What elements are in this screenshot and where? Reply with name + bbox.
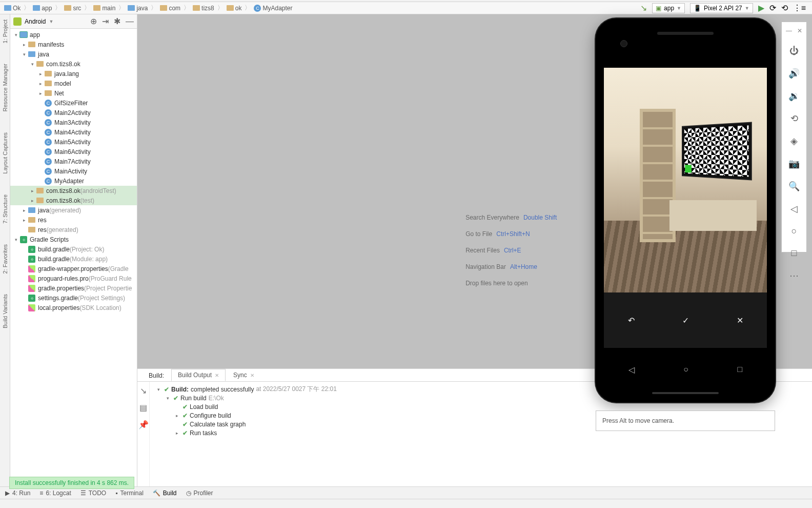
bottom-tab[interactable]: ◷Profiler: [186, 490, 213, 497]
tool-tab[interactable]: Resource Manager: [2, 64, 8, 112]
build-node[interactable]: ✔ Load build: [155, 402, 807, 411]
phone-camera: [620, 40, 627, 47]
breadcrumb-item[interactable]: main: [91, 5, 117, 12]
camera-retake-button[interactable]: ↶: [628, 316, 635, 325]
emu-back-icon[interactable]: ◁: [790, 203, 798, 214]
tree-node[interactable]: ▸res: [10, 215, 137, 225]
camera-preview: [604, 68, 767, 292]
more-icon[interactable]: ⋮≡: [793, 3, 806, 13]
phone-speaker: [657, 32, 714, 35]
tool-tab[interactable]: 2: Favorites: [2, 244, 8, 273]
tree-node[interactable]: ▸Net: [10, 88, 137, 98]
tree-node[interactable]: CMain3Activity: [10, 118, 137, 127]
tree-node[interactable]: ▸java.lang: [10, 69, 137, 79]
tree-node[interactable]: ▸com.tizs8.ok (test): [10, 196, 137, 205]
tool-tab[interactable]: Layout Captures: [2, 132, 8, 174]
toolbar: Ok〉app〉src〉main〉java〉com〉tizs8〉ok〉CMyAda…: [0, 2, 812, 14]
nav-recent-icon[interactable]: □: [738, 365, 743, 374]
tree-node[interactable]: CMyAdapter: [10, 176, 137, 186]
emu-power-icon[interactable]: ⏻: [789, 46, 799, 56]
emu-screenshot-icon[interactable]: 📷: [788, 158, 800, 169]
tree-node[interactable]: res (generated): [10, 225, 137, 235]
run-icon[interactable]: ▶: [758, 3, 764, 13]
build-tab[interactable]: Sync✕: [227, 369, 261, 381]
tree-node[interactable]: ▸java (generated): [10, 205, 137, 215]
project-view-label: Android: [25, 18, 46, 25]
collapse-icon[interactable]: ⇥: [102, 16, 109, 26]
tree-node[interactable]: CMain5Activity: [10, 137, 137, 147]
tree-node[interactable]: proguard-rules.pro (ProGuard Rule: [10, 273, 137, 283]
editor-hint: Search EverywhereDouble Shift: [465, 214, 557, 221]
emu-volume-up-icon[interactable]: 🔊: [788, 68, 800, 79]
tree-node[interactable]: ▸manifests: [10, 40, 137, 49]
dropdown-icon[interactable]: ▼: [49, 19, 53, 24]
sync-icon[interactable]: ↘: [640, 3, 647, 13]
locate-icon[interactable]: ⊕: [90, 16, 97, 26]
breadcrumb-item[interactable]: CMyAdapter: [252, 5, 294, 12]
build-tab[interactable]: Build Output✕: [171, 369, 226, 381]
emu-zoom-icon[interactable]: 🔍: [788, 181, 800, 192]
tree-node[interactable]: ▾⟐Gradle Scripts: [10, 235, 137, 244]
nav-home-icon[interactable]: ○: [683, 365, 688, 374]
tree-node[interactable]: CMain7Activity: [10, 157, 137, 166]
tree-node[interactable]: ⟐settings.gradle (Project Settings): [10, 293, 137, 303]
emu-rotate-right-icon[interactable]: ◈: [790, 135, 798, 147]
emu-volume-down-icon[interactable]: 🔉: [788, 90, 800, 102]
tree-node[interactable]: ▾app: [10, 30, 137, 40]
emulator-window: ↶✓✕ ◁○□: [596, 18, 775, 402]
restart-icon[interactable]: ⟲: [781, 3, 788, 13]
build-tabs-label: Build:: [143, 370, 170, 381]
camera-cancel-button[interactable]: ✕: [737, 316, 743, 325]
breadcrumb-item[interactable]: ok: [225, 5, 244, 12]
tree-node[interactable]: ▾com.tizs8.ok: [10, 59, 137, 69]
tool-tab[interactable]: 7: Structure: [2, 194, 8, 224]
nav-back-icon[interactable]: ◁: [628, 365, 635, 375]
tree-node[interactable]: CMain6Activity: [10, 147, 137, 157]
build-tool-gutter: ↘ ▤ 📌: [137, 382, 150, 486]
project-tree[interactable]: ▾app▸manifests▾java▾com.tizs8.ok▸java.la…: [10, 29, 137, 486]
emu-overview-icon[interactable]: □: [791, 248, 797, 259]
tool-tab[interactable]: 1: Project: [2, 19, 8, 43]
tree-node[interactable]: CMain4Activity: [10, 127, 137, 137]
build-filter-icon[interactable]: ▤: [139, 403, 147, 413]
bottom-tab[interactable]: ≡6: Logcat: [39, 490, 71, 497]
run-config-combo[interactable]: ▣ app ▼: [652, 3, 685, 13]
tree-node[interactable]: CMainActivity: [10, 166, 137, 176]
tree-node[interactable]: ▸model: [10, 79, 137, 88]
emu-rotate-left-icon[interactable]: ⟲: [790, 113, 798, 124]
breadcrumb-item[interactable]: Ok: [2, 5, 23, 12]
emulator-minimize-icon[interactable]: —: [786, 27, 792, 34]
breadcrumb-item[interactable]: java: [126, 5, 150, 12]
bottom-tab[interactable]: ☰TODO: [80, 490, 106, 497]
breadcrumb-item[interactable]: src: [62, 5, 83, 12]
tree-node[interactable]: CMain2Activity: [10, 108, 137, 118]
breadcrumb-item[interactable]: app: [31, 5, 54, 12]
bottom-tab[interactable]: ▶4: Run: [5, 490, 30, 497]
emulator-hint-text: Press Alt to move camera.: [602, 417, 674, 424]
rerun-icon[interactable]: ⟳: [769, 3, 776, 13]
tree-node[interactable]: gradle-wrapper.properties (Gradle: [10, 264, 137, 273]
bottom-tab[interactable]: 🔨Build: [153, 490, 177, 497]
breadcrumb-item[interactable]: com: [158, 5, 182, 12]
tree-node[interactable]: ⟐build.gradle (Project: Ok): [10, 244, 137, 254]
tree-node[interactable]: ▾java: [10, 49, 137, 59]
breadcrumb-item[interactable]: tizs8: [191, 5, 216, 12]
phone-screen[interactable]: ↶✓✕: [604, 68, 767, 348]
tree-node[interactable]: CGifSizeFilter: [10, 98, 137, 108]
tree-node[interactable]: local.properties (SDK Location): [10, 303, 137, 312]
tree-node[interactable]: ▸com.tizs8.ok (androidTest): [10, 186, 137, 196]
settings-icon[interactable]: ✱: [114, 16, 120, 26]
bottom-tab[interactable]: ▪Terminal: [115, 490, 144, 497]
emu-home-icon[interactable]: ○: [791, 226, 797, 237]
emulator-close-icon[interactable]: ✕: [797, 27, 802, 34]
tree-node[interactable]: gradle.properties (Project Propertie: [10, 283, 137, 293]
tool-tab[interactable]: Build Variants: [2, 294, 8, 328]
camera-confirm-button[interactable]: ✓: [682, 316, 689, 325]
build-restart-icon[interactable]: ↘: [140, 386, 147, 396]
tree-node[interactable]: ⟐build.gradle (Module: app): [10, 254, 137, 264]
build-pin-icon[interactable]: 📌: [138, 420, 149, 429]
editor-hint: Recent FilesCtrl+E: [465, 247, 557, 254]
hide-icon[interactable]: —: [126, 17, 134, 26]
device-combo[interactable]: 📱 Pixel 2 API 27 ▼: [690, 3, 753, 13]
emu-more-icon[interactable]: ⋯: [789, 270, 799, 281]
